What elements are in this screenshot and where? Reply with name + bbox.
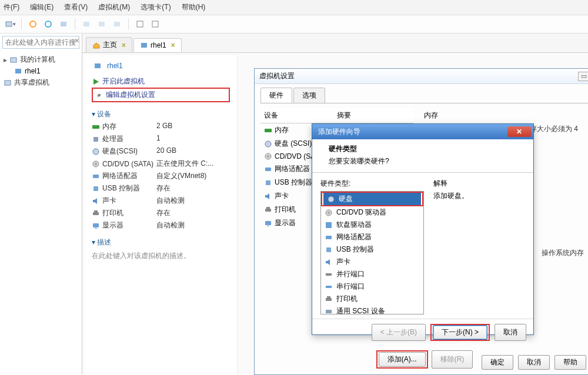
device-value: 存在 — [156, 183, 230, 193]
menu-tabs[interactable]: 选项卡(T) — [141, 2, 171, 12]
device-row[interactable]: 打印机 — [92, 208, 156, 218]
wizard-item-net[interactable]: 网络适配器 — [321, 231, 423, 243]
device-row[interactable]: 网络适配器 — [92, 171, 156, 181]
svg-point-18 — [30, 21, 36, 27]
wizard-next-button[interactable]: 下一步(N) > — [433, 325, 487, 340]
menu-vm[interactable]: 虚拟机(M) — [98, 2, 130, 12]
device-row[interactable]: 内存 — [92, 122, 156, 132]
vm-panel: rhel1 开启此虚拟机 编辑虚拟机设置 设备 内存 2 GB处理器 1硬盘(S… — [85, 55, 238, 375]
settings-right-head: 内存 — [424, 111, 584, 120]
svg-rect-21 — [83, 22, 89, 26]
tab-home[interactable]: 主页 × — [86, 37, 132, 52]
description-header: 描述 — [92, 237, 230, 247]
device-label: 处理器 — [102, 134, 123, 144]
tab-vm-close-icon[interactable]: × — [171, 41, 175, 49]
wrench-icon — [95, 91, 103, 99]
settings-tab-hardware[interactable]: 硬件 — [260, 88, 292, 103]
shared-icon — [4, 79, 12, 87]
net-icon — [325, 233, 333, 242]
toolbar-settings[interactable] — [42, 18, 55, 31]
col-device: 设备 — [264, 111, 337, 120]
wizard-item-floppy[interactable]: 软盘驱动器 — [321, 219, 423, 231]
toolbar-fullscreen[interactable] — [133, 18, 146, 31]
hw-item-label: CD/DVD (SA — [275, 152, 315, 160]
wizard-item-label: 通用 SCSI 设备 — [336, 306, 385, 314]
device-value: 1 — [156, 134, 230, 144]
wizard-item-usb[interactable]: USB 控制器 — [321, 243, 423, 256]
mem-icon — [92, 123, 100, 131]
tree-item-shared[interactable]: 共享虚拟机 — [4, 76, 78, 89]
menu-file[interactable]: 件(F) — [4, 2, 19, 12]
tree-root[interactable]: ▸ 我的计算机 — [4, 53, 78, 66]
wizard-cancel-button[interactable]: 取消 — [495, 324, 526, 341]
menu-bar: 件(F) 编辑(E) 查看(V) 虚拟机(M) 选项卡(T) 帮助(H) — [0, 0, 588, 15]
dialog-vm-settings-close[interactable]: ▭ — [578, 72, 588, 81]
sidebar-close-icon[interactable]: × — [75, 36, 79, 45]
sound-icon — [325, 258, 333, 266]
tab-vm[interactable]: rhel1 × — [133, 38, 182, 52]
wizard-close-button[interactable]: ✕ — [507, 126, 531, 137]
device-label: 内存 — [102, 122, 116, 132]
device-row[interactable]: 处理器 — [92, 134, 156, 144]
col-summary: 摘要 — [337, 111, 410, 120]
device-row[interactable]: 显示器 — [92, 220, 156, 230]
wizard-item-sound[interactable]: 声卡 — [321, 256, 423, 268]
printer-icon — [264, 206, 272, 214]
hw-item-label: 内存 — [275, 125, 289, 135]
toolbar-dropdown[interactable]: ▾ — [4, 18, 16, 31]
hw-item-label: 显示器 — [275, 218, 296, 228]
wizard-item-cd[interactable]: CD/DVD 驱动器 — [321, 206, 423, 219]
vm-edit-link[interactable]: 编辑虚拟机设置 — [92, 88, 230, 102]
toolbar-btn-c[interactable] — [111, 18, 123, 31]
toolbar-btn-a[interactable] — [80, 18, 93, 31]
vm-edit-label: 编辑虚拟机设置 — [106, 90, 155, 100]
device-row[interactable]: USB 控制器 — [92, 183, 156, 193]
floppy-icon — [325, 221, 333, 229]
device-label: USB 控制器 — [102, 183, 140, 193]
menu-view[interactable]: 查看(V) — [64, 2, 88, 12]
wizard-item-label: 并行端口 — [336, 269, 365, 279]
device-row[interactable]: CD/DVD (SATA) — [92, 159, 156, 169]
menu-help[interactable]: 帮助(H) — [182, 2, 206, 12]
device-label: 网络适配器 — [102, 171, 138, 181]
device-row[interactable]: 声卡 — [92, 196, 156, 206]
wizard-back-button[interactable]: < 上一步(B) — [372, 324, 426, 341]
menu-edit[interactable]: 编辑(E) — [30, 2, 54, 12]
settings-ok-button[interactable]: 确定 — [482, 355, 513, 370]
wizard-item-printer[interactable]: 打印机 — [321, 293, 423, 305]
settings-cancel-button[interactable]: 取消 — [518, 355, 550, 370]
vm-start-link[interactable]: 开启此虚拟机 — [92, 75, 230, 88]
sound-icon — [92, 197, 100, 205]
usb-icon — [325, 246, 333, 254]
wizard-explain-label: 解释 — [433, 179, 525, 189]
wizard-item-scsi[interactable]: 通用 SCSI 设备 — [321, 305, 423, 314]
settings-help-button[interactable]: 帮助 — [554, 355, 586, 370]
sidebar-search-input[interactable] — [2, 36, 79, 49]
tree-item-rhel1[interactable]: rhel1 — [4, 66, 78, 76]
wizard-item-disk[interactable]: 硬盘 — [323, 193, 421, 205]
tab-home-close-icon[interactable]: × — [122, 41, 126, 49]
toolbar-unity[interactable] — [149, 18, 162, 31]
toolbar: ▾ — [0, 15, 588, 34]
disk-icon — [264, 140, 272, 148]
parallel-icon — [325, 270, 333, 279]
tree-root-label: 我的计算机 — [20, 55, 55, 65]
tab-bar: 主页 × rhel1 × — [82, 34, 588, 53]
device-value: 自动检测 — [156, 220, 230, 230]
settings-add-button[interactable]: 添加(A)... — [379, 352, 426, 367]
cd-icon — [264, 152, 272, 160]
toolbar-power[interactable] — [26, 18, 39, 31]
device-label: 打印机 — [102, 208, 123, 218]
toolbar-snapshot[interactable] — [57, 18, 70, 31]
settings-remove-button[interactable]: 移除(R) — [432, 350, 473, 369]
wizard-item-serial[interactable]: 串行端口 — [321, 280, 423, 293]
wizard-item-label: 网络适配器 — [336, 232, 372, 242]
settings-tab-options[interactable]: 选项 — [293, 88, 325, 103]
toolbar-btn-b[interactable] — [95, 18, 108, 31]
cpu-icon — [92, 135, 100, 143]
wizard-type-list[interactable]: 硬盘 CD/DVD 驱动器 软盘驱动器 网络适配器 USB 控制器 声卡 并行端… — [320, 191, 424, 314]
display-icon — [92, 222, 100, 230]
description-text: 在此处键入对该虚拟机的描述。 — [92, 251, 230, 261]
device-row[interactable]: 硬盘(SCSI) — [92, 146, 156, 156]
wizard-item-parallel[interactable]: 并行端口 — [321, 268, 423, 280]
